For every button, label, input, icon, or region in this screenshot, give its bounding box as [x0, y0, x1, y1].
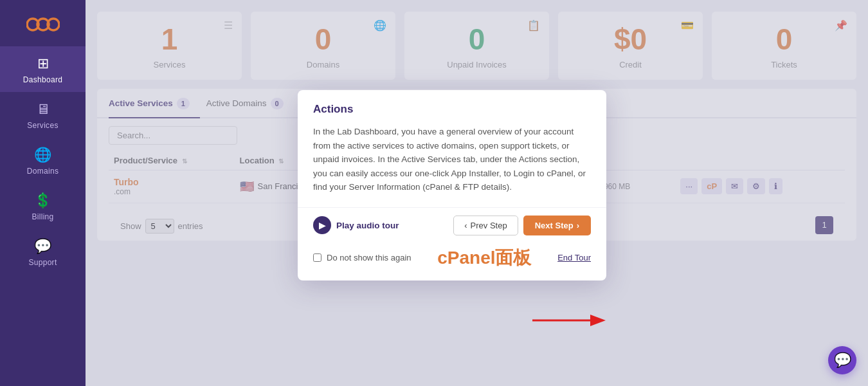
prev-step-button[interactable]: ‹ Prev Step — [453, 216, 518, 235]
sidebar-item-label: Billing — [32, 212, 53, 221]
next-chevron-icon: › — [577, 221, 579, 230]
sidebar-logo — [0, 0, 86, 46]
main-content: ☰ 1 Services 🌐 0 Domains 📋 0 Unpaid Invo… — [86, 0, 868, 386]
do-not-show-checkbox[interactable] — [313, 253, 321, 262]
actions-modal: Actions In the Lab Dashboard, you have a… — [298, 90, 606, 280]
end-tour-button[interactable]: End Tour — [557, 253, 591, 262]
modal-title: Actions — [298, 90, 606, 116]
services-icon: 🖥 — [36, 101, 50, 118]
billing-icon: 💲 — [34, 192, 51, 209]
support-icon: 💬 — [34, 238, 51, 255]
checkbox-row: Do not show this again — [313, 253, 411, 262]
sidebar-item-billing[interactable]: 💲 Billing — [0, 183, 86, 229]
modal-body: In the Lab Dashboard, you have a general… — [298, 116, 606, 207]
prev-label: Prev Step — [471, 221, 507, 230]
sidebar-item-services[interactable]: 🖥 Services — [0, 92, 86, 138]
sidebar-item-label: Support — [28, 258, 57, 267]
sidebar: ⊞ Dashboard 🖥 Services 🌐 Domains 💲 Billi… — [0, 0, 86, 386]
play-icon: ▶ — [313, 216, 331, 234]
play-audio-button[interactable]: ▶ Play audio tour — [313, 216, 399, 234]
cpanel-annotation-text: cPanel面板 — [437, 246, 531, 270]
sidebar-item-domains[interactable]: 🌐 Domains — [0, 138, 86, 183]
sidebar-item-dashboard[interactable]: ⊞ Dashboard — [0, 46, 86, 92]
chat-bubble-button[interactable]: 💬 — [828, 346, 856, 374]
chat-icon: 💬 — [834, 352, 851, 369]
dashboard-icon: ⊞ — [37, 55, 49, 72]
sidebar-item-label: Services — [27, 121, 58, 130]
play-label: Play audio tour — [336, 221, 399, 230]
sidebar-item-support[interactable]: 💬 Support — [0, 229, 86, 275]
prev-chevron-icon: ‹ — [464, 221, 467, 230]
sidebar-item-label: Domains — [27, 167, 59, 176]
nav-buttons: ‹ Prev Step Next Step › — [453, 216, 591, 235]
next-label: Next Step — [535, 221, 574, 230]
modal-footer: ▶ Play audio tour ‹ Prev Step Next Step … — [298, 207, 606, 246]
checkbox-label: Do not show this again — [327, 253, 411, 262]
modal-bottom-row: Do not show this again cPanel面板 End Tour — [298, 246, 606, 280]
domains-icon: 🌐 — [34, 147, 51, 163]
sidebar-item-label: Dashboard — [23, 75, 62, 84]
next-step-button[interactable]: Next Step › — [523, 216, 591, 235]
